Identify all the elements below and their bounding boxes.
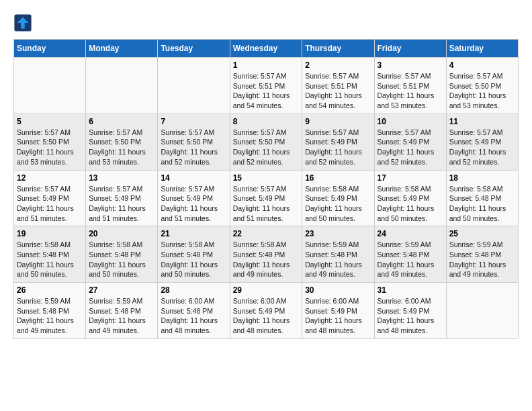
weekday-header: Sunday — [14, 40, 86, 58]
calendar-cell: 6Sunrise: 5:57 AMSunset: 5:50 PMDaylight… — [86, 113, 158, 170]
day-info: Sunrise: 5:59 AMSunset: 5:48 PMDaylight:… — [378, 240, 443, 279]
calendar-cell: 1Sunrise: 5:57 AMSunset: 5:51 PMDaylight… — [230, 58, 302, 114]
day-info: Sunrise: 5:57 AMSunset: 5:50 PMDaylight:… — [233, 128, 300, 167]
calendar-week-row: 19Sunrise: 5:58 AMSunset: 5:48 PMDayligh… — [14, 226, 519, 283]
calendar-cell: 14Sunrise: 5:57 AMSunset: 5:49 PMDayligh… — [158, 170, 230, 226]
day-number: 14 — [161, 173, 226, 183]
day-number: 9 — [305, 117, 371, 126]
day-info: Sunrise: 5:57 AMSunset: 5:49 PMDaylight:… — [449, 128, 515, 167]
day-info: Sunrise: 6:00 AMSunset: 5:49 PMDaylight:… — [378, 296, 443, 336]
day-number: 15 — [233, 173, 300, 183]
day-info: Sunrise: 5:57 AMSunset: 5:49 PMDaylight:… — [161, 184, 226, 224]
calendar-cell: 22Sunrise: 5:58 AMSunset: 5:48 PMDayligh… — [230, 226, 302, 283]
day-info: Sunrise: 5:57 AMSunset: 5:51 PMDaylight:… — [233, 71, 300, 111]
day-info: Sunrise: 5:57 AMSunset: 5:49 PMDaylight:… — [305, 128, 371, 167]
calendar-cell: 8Sunrise: 5:57 AMSunset: 5:50 PMDaylight… — [230, 113, 302, 170]
weekday-header: Monday — [86, 40, 158, 58]
calendar-header: SundayMondayTuesdayWednesdayThursdayFrid… — [14, 40, 519, 58]
day-number: 7 — [161, 117, 226, 126]
day-number: 18 — [449, 173, 515, 183]
day-info: Sunrise: 5:58 AMSunset: 5:48 PMDaylight:… — [17, 240, 83, 279]
day-info: Sunrise: 5:57 AMSunset: 5:49 PMDaylight:… — [233, 184, 300, 224]
day-number: 17 — [378, 173, 443, 183]
day-number: 4 — [449, 60, 515, 70]
weekday-header: Thursday — [302, 40, 374, 58]
weekday-header: Tuesday — [158, 40, 230, 58]
day-number: 20 — [89, 229, 154, 238]
calendar-table: SundayMondayTuesdayWednesdayThursdayFrid… — [13, 39, 519, 339]
day-info: Sunrise: 5:59 AMSunset: 5:48 PMDaylight:… — [305, 240, 371, 279]
calendar-cell: 17Sunrise: 5:58 AMSunset: 5:49 PMDayligh… — [374, 170, 446, 226]
calendar-cell: 19Sunrise: 5:58 AMSunset: 5:48 PMDayligh… — [14, 226, 86, 283]
day-number: 22 — [233, 229, 300, 238]
calendar-cell: 16Sunrise: 5:58 AMSunset: 5:49 PMDayligh… — [302, 170, 374, 226]
calendar-cell: 11Sunrise: 5:57 AMSunset: 5:49 PMDayligh… — [446, 113, 518, 170]
calendar-week-row: 1Sunrise: 5:57 AMSunset: 5:51 PMDaylight… — [14, 58, 519, 114]
day-info: Sunrise: 5:57 AMSunset: 5:50 PMDaylight:… — [89, 128, 154, 167]
day-number: 12 — [17, 173, 83, 183]
day-number: 25 — [449, 229, 515, 238]
calendar-cell: 12Sunrise: 5:57 AMSunset: 5:49 PMDayligh… — [14, 170, 86, 226]
calendar-cell — [86, 58, 158, 114]
day-number: 2 — [305, 60, 371, 70]
day-number: 26 — [17, 285, 83, 295]
calendar-cell: 3Sunrise: 5:57 AMSunset: 5:51 PMDaylight… — [374, 58, 446, 114]
day-number: 30 — [305, 285, 371, 295]
calendar-cell: 4Sunrise: 5:57 AMSunset: 5:50 PMDaylight… — [446, 58, 518, 114]
day-info: Sunrise: 5:58 AMSunset: 5:49 PMDaylight:… — [305, 184, 371, 224]
logo-icon — [13, 13, 32, 32]
day-number: 16 — [305, 173, 371, 183]
day-info: Sunrise: 5:57 AMSunset: 5:50 PMDaylight:… — [449, 71, 515, 111]
day-info: Sunrise: 5:57 AMSunset: 5:49 PMDaylight:… — [17, 184, 83, 224]
calendar-week-row: 12Sunrise: 5:57 AMSunset: 5:49 PMDayligh… — [14, 170, 519, 226]
calendar-cell: 5Sunrise: 5:57 AMSunset: 5:50 PMDaylight… — [14, 113, 86, 170]
calendar-cell: 24Sunrise: 5:59 AMSunset: 5:48 PMDayligh… — [374, 226, 446, 283]
day-info: Sunrise: 5:57 AMSunset: 5:51 PMDaylight:… — [378, 71, 443, 111]
day-info: Sunrise: 5:57 AMSunset: 5:49 PMDaylight:… — [378, 128, 443, 167]
calendar-cell: 28Sunrise: 6:00 AMSunset: 5:48 PMDayligh… — [158, 283, 230, 339]
day-number: 10 — [378, 117, 443, 126]
day-number: 27 — [89, 285, 154, 295]
day-info: Sunrise: 5:59 AMSunset: 5:48 PMDaylight:… — [449, 240, 515, 279]
calendar-cell: 2Sunrise: 5:57 AMSunset: 5:51 PMDaylight… — [302, 58, 374, 114]
calendar-cell: 27Sunrise: 5:59 AMSunset: 5:48 PMDayligh… — [86, 283, 158, 339]
day-info: Sunrise: 5:57 AMSunset: 5:50 PMDaylight:… — [161, 128, 226, 167]
calendar-cell — [14, 58, 86, 114]
logo — [13, 13, 35, 32]
page-header — [13, 13, 519, 32]
weekday-header: Wednesday — [230, 40, 302, 58]
calendar-cell: 21Sunrise: 5:58 AMSunset: 5:48 PMDayligh… — [158, 226, 230, 283]
day-number: 6 — [89, 117, 154, 126]
calendar-week-row: 26Sunrise: 5:59 AMSunset: 5:48 PMDayligh… — [14, 283, 519, 339]
day-number: 11 — [449, 117, 515, 126]
day-number: 28 — [161, 285, 226, 295]
calendar-cell — [158, 58, 230, 114]
calendar-cell: 10Sunrise: 5:57 AMSunset: 5:49 PMDayligh… — [374, 113, 446, 170]
day-info: Sunrise: 5:58 AMSunset: 5:48 PMDaylight:… — [89, 240, 154, 279]
day-number: 19 — [17, 229, 83, 238]
day-info: Sunrise: 5:58 AMSunset: 5:48 PMDaylight:… — [449, 184, 515, 224]
day-number: 31 — [378, 285, 443, 295]
calendar-cell: 15Sunrise: 5:57 AMSunset: 5:49 PMDayligh… — [230, 170, 302, 226]
day-number: 1 — [233, 60, 300, 70]
day-info: Sunrise: 5:57 AMSunset: 5:50 PMDaylight:… — [17, 128, 83, 167]
calendar-cell — [446, 283, 518, 339]
day-info: Sunrise: 6:00 AMSunset: 5:49 PMDaylight:… — [233, 296, 300, 336]
day-number: 5 — [17, 117, 83, 126]
day-info: Sunrise: 5:57 AMSunset: 5:51 PMDaylight:… — [305, 71, 371, 111]
calendar-cell: 29Sunrise: 6:00 AMSunset: 5:49 PMDayligh… — [230, 283, 302, 339]
calendar-cell: 20Sunrise: 5:58 AMSunset: 5:48 PMDayligh… — [86, 226, 158, 283]
day-info: Sunrise: 6:00 AMSunset: 5:48 PMDaylight:… — [161, 296, 226, 336]
day-number: 29 — [233, 285, 300, 295]
calendar-cell: 9Sunrise: 5:57 AMSunset: 5:49 PMDaylight… — [302, 113, 374, 170]
day-number: 8 — [233, 117, 300, 126]
day-info: Sunrise: 5:58 AMSunset: 5:48 PMDaylight:… — [161, 240, 226, 279]
day-info: Sunrise: 5:59 AMSunset: 5:48 PMDaylight:… — [89, 296, 154, 336]
day-number: 3 — [378, 60, 443, 70]
day-info: Sunrise: 5:58 AMSunset: 5:49 PMDaylight:… — [378, 184, 443, 224]
calendar-cell: 31Sunrise: 6:00 AMSunset: 5:49 PMDayligh… — [374, 283, 446, 339]
day-info: Sunrise: 6:00 AMSunset: 5:49 PMDaylight:… — [305, 296, 371, 336]
weekday-header: Saturday — [446, 40, 518, 58]
calendar-cell: 23Sunrise: 5:59 AMSunset: 5:48 PMDayligh… — [302, 226, 374, 283]
calendar-cell: 30Sunrise: 6:00 AMSunset: 5:49 PMDayligh… — [302, 283, 374, 339]
